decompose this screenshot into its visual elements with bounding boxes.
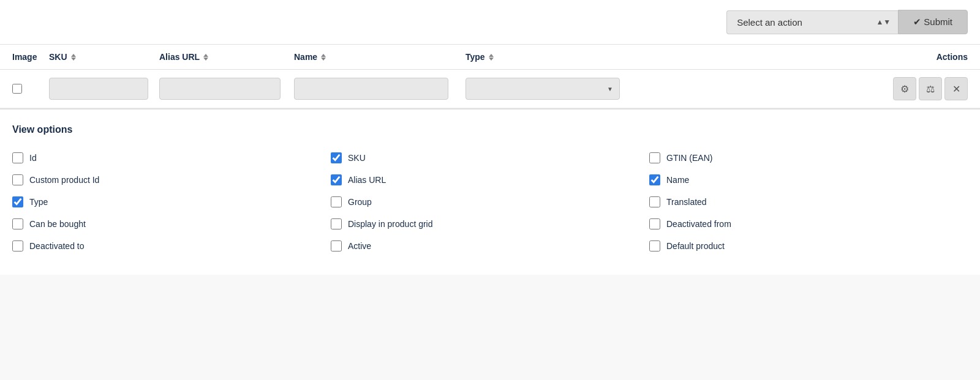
checkbox-can_be_bought[interactable] (12, 218, 23, 229)
action-select-wrapper: Select an action ▲▼ (726, 10, 898, 34)
col-header-actions: Actions (637, 52, 968, 62)
option-item-deactivated_to[interactable]: Deactivated to (12, 236, 331, 256)
checkbox-gtin_ean[interactable] (649, 152, 660, 163)
option-item-id[interactable]: Id (12, 147, 331, 168)
option-item-sku[interactable]: SKU (331, 147, 649, 168)
label-gtin_ean: GTIN (EAN) (666, 153, 712, 163)
label-deactivated_from: Deactivated from (666, 219, 731, 229)
sort-icon-type (489, 54, 494, 61)
checkbox-sku[interactable] (331, 152, 342, 163)
option-col-2: SKUAlias URLGroupDisplay in product grid… (331, 147, 649, 256)
checkbox-deactivated_from[interactable] (649, 218, 660, 229)
alias-url-filter-input[interactable] (159, 78, 281, 100)
option-item-group[interactable]: Group (331, 192, 649, 212)
label-type: Type (29, 197, 48, 207)
filter-button[interactable]: ⚖ (919, 77, 942, 100)
settings-button[interactable]: ⚙ (893, 77, 916, 100)
row-actions-cell: ⚙ ⚖ ✕ (637, 77, 968, 100)
alias-url-filter-cell (159, 78, 294, 100)
option-item-deactivated_from[interactable]: Deactivated from (649, 214, 968, 234)
option-item-display_in_product_grid[interactable]: Display in product grid (331, 214, 649, 234)
view-options-section: View options IdCustom product IdTypeCan … (0, 110, 980, 275)
sort-icon-alias-url (203, 54, 208, 61)
label-display_in_product_grid: Display in product grid (348, 219, 433, 229)
filter-row: ▼ ⚙ ⚖ ✕ (0, 70, 980, 108)
view-options-title: View options (12, 124, 968, 135)
label-can_be_bought: Can be bought (29, 219, 86, 229)
col-header-alias-url[interactable]: Alias URL (159, 52, 294, 62)
type-filter-select[interactable] (466, 78, 620, 100)
label-name: Name (666, 175, 689, 185)
select-all-cell (12, 84, 49, 94)
label-active: Active (348, 241, 371, 251)
checkbox-type[interactable] (12, 196, 23, 207)
label-translated: Translated (666, 197, 707, 207)
checkbox-active[interactable] (331, 240, 342, 251)
submit-button[interactable]: ✔ Submit (898, 10, 968, 34)
option-item-translated[interactable]: Translated (649, 192, 968, 212)
option-item-active[interactable]: Active (331, 236, 649, 256)
label-deactivated_to: Deactivated to (29, 241, 85, 251)
option-item-default_product[interactable]: Default product (649, 236, 968, 256)
top-bar: Select an action ▲▼ ✔ Submit (0, 0, 980, 45)
label-id: Id (29, 153, 37, 163)
sku-filter-cell (49, 78, 159, 100)
option-item-custom_product_id[interactable]: Custom product Id (12, 170, 331, 190)
delete-button[interactable]: ✕ (944, 77, 968, 100)
label-group: Group (348, 197, 372, 207)
name-filter-input[interactable] (294, 78, 448, 100)
checkbox-group[interactable] (331, 196, 342, 207)
option-item-alias_url[interactable]: Alias URL (331, 170, 649, 190)
col-header-sku[interactable]: SKU (49, 52, 159, 62)
select-all-checkbox[interactable] (12, 84, 22, 94)
label-custom_product_id: Custom product Id (29, 175, 99, 185)
type-filter-cell: ▼ (466, 78, 637, 100)
checkbox-default_product[interactable] (649, 240, 660, 251)
sku-filter-input[interactable] (49, 78, 148, 100)
name-filter-cell (294, 78, 466, 100)
action-select[interactable]: Select an action (726, 10, 898, 34)
checkbox-display_in_product_grid[interactable] (331, 218, 342, 229)
checkbox-custom_product_id[interactable] (12, 174, 23, 185)
label-sku: SKU (348, 153, 366, 163)
table-section: Image SKU Alias URL Name Type Actions (0, 45, 980, 110)
option-item-can_be_bought[interactable]: Can be bought (12, 214, 331, 234)
checkbox-id[interactable] (12, 152, 23, 163)
checkbox-alias_url[interactable] (331, 174, 342, 185)
label-default_product: Default product (666, 241, 725, 251)
col-header-type[interactable]: Type (466, 52, 637, 62)
col-header-name[interactable]: Name (294, 52, 466, 62)
option-col-3: GTIN (EAN)NameTranslatedDeactivated from… (649, 147, 968, 256)
option-col-1: IdCustom product IdTypeCan be boughtDeac… (12, 147, 331, 256)
checkbox-name[interactable] (649, 174, 660, 185)
label-alias_url: Alias URL (348, 175, 386, 185)
option-item-gtin_ean[interactable]: GTIN (EAN) (649, 147, 968, 168)
option-item-type[interactable]: Type (12, 192, 331, 212)
checkbox-translated[interactable] (649, 196, 660, 207)
table-header: Image SKU Alias URL Name Type Actions (0, 45, 980, 70)
option-item-name[interactable]: Name (649, 170, 968, 190)
sort-icon-name (321, 54, 326, 61)
options-grid: IdCustom product IdTypeCan be boughtDeac… (12, 147, 968, 256)
checkbox-deactivated_to[interactable] (12, 240, 23, 251)
col-header-image: Image (12, 52, 49, 62)
sort-icon-sku (71, 54, 76, 61)
